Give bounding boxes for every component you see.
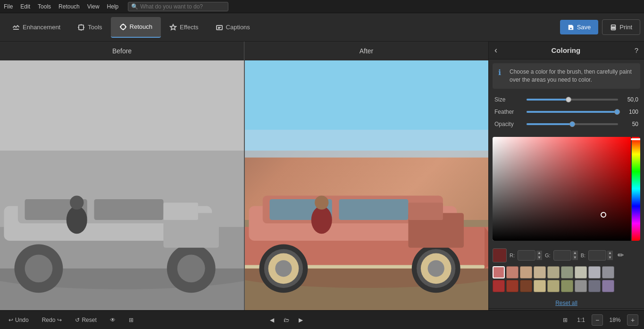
swatch-1-4[interactable]	[547, 280, 560, 292]
b-input[interactable]: 37	[588, 250, 606, 261]
svg-rect-1	[79, 25, 84, 30]
reset-all-link[interactable]: Reset all	[555, 300, 577, 306]
r-input-wrap: 107 ▲ ▼	[518, 250, 542, 261]
b-input-wrap: 37 ▲ ▼	[588, 250, 613, 261]
color-swatch[interactable]	[493, 248, 507, 262]
reset-button[interactable]: ↺ Reset	[72, 315, 99, 325]
save-button[interactable]: Save	[560, 20, 599, 34]
swatch-0-3[interactable]	[534, 266, 546, 278]
hue-bar[interactable]: ◀	[632, 137, 640, 241]
svg-point-58	[315, 196, 328, 210]
reset-link: Reset all	[489, 297, 644, 308]
swatch-1-0[interactable]	[493, 280, 505, 292]
tab-effects[interactable]: Effects	[161, 17, 207, 38]
g-up[interactable]: ▲	[572, 251, 578, 255]
menu-tools[interactable]: Tools	[38, 3, 51, 10]
menu-file[interactable]: File	[4, 3, 13, 10]
prev-image-button[interactable]: ◀	[267, 315, 277, 325]
undo-button[interactable]: ↩ Undo	[6, 315, 32, 325]
reset-icon: ↺	[75, 317, 80, 323]
svg-point-32	[67, 206, 87, 234]
svg-point-33	[70, 196, 84, 210]
eye-button[interactable]: 👁	[107, 315, 118, 325]
r-down[interactable]: ▼	[536, 255, 542, 260]
r-label: R:	[510, 253, 515, 258]
fit-button[interactable]: ⊞	[560, 315, 570, 325]
compare-button[interactable]: ⊞	[126, 315, 136, 325]
captions-icon	[216, 24, 223, 31]
redo-button[interactable]: Redo ↪	[39, 315, 65, 325]
effects-icon	[169, 24, 177, 31]
back-button[interactable]: ‹	[494, 45, 497, 55]
next-image-button[interactable]: ▶	[296, 315, 306, 325]
swatch-1-3[interactable]	[534, 280, 546, 292]
controls: Size 50,0 Feather 100 Opacity	[489, 93, 644, 137]
swatch-0-6[interactable]	[575, 266, 587, 278]
help-button[interactable]: ?	[635, 46, 638, 54]
search-input[interactable]	[140, 3, 225, 10]
g-down[interactable]: ▼	[572, 255, 578, 260]
image-container[interactable]	[0, 60, 488, 310]
opacity-slider[interactable]	[527, 123, 618, 125]
swatch-0-5[interactable]	[561, 266, 573, 278]
menu-view[interactable]: View	[87, 3, 100, 10]
zoom-in-button[interactable]: +	[627, 314, 638, 326]
swatch-1-2[interactable]	[520, 280, 532, 292]
save-area: Save Print	[560, 19, 640, 35]
swatch-1-8[interactable]	[602, 280, 614, 292]
size-label: Size	[494, 96, 523, 103]
menu-retouch[interactable]: Retouch	[59, 3, 80, 10]
swatch-0-8[interactable]	[602, 266, 614, 278]
g-spinners: ▲ ▼	[572, 251, 578, 260]
menu-help[interactable]: Help	[107, 3, 119, 10]
opacity-label: Opacity	[494, 121, 523, 127]
swatch-1-1[interactable]	[506, 280, 519, 292]
tab-tools[interactable]: Tools	[69, 17, 110, 38]
swatch-0-7[interactable]	[588, 266, 601, 278]
svg-rect-60	[408, 202, 443, 220]
swatch-1-7[interactable]	[588, 280, 601, 292]
save-icon	[568, 24, 574, 31]
before-image[interactable]	[0, 60, 245, 310]
swatch-0-4[interactable]	[547, 266, 560, 278]
print-button[interactable]: Print	[602, 19, 640, 35]
size-slider[interactable]	[527, 99, 618, 101]
zoom-out-button[interactable]: −	[592, 314, 603, 326]
swatch-0-0[interactable]	[493, 266, 505, 278]
info-box: ℹ Choose a color for the brush, then car…	[493, 63, 640, 89]
swatch-0-1[interactable]	[506, 266, 519, 278]
after-image[interactable]	[245, 60, 489, 310]
svg-rect-35	[163, 202, 198, 220]
tab-enhancement[interactable]: Enhancement	[4, 17, 69, 38]
b-up[interactable]: ▲	[607, 251, 613, 255]
folder-button[interactable]: 🗁	[281, 315, 292, 325]
size-control-row: Size 50,0	[494, 96, 638, 103]
color-gradient[interactable]: ◀	[493, 137, 640, 241]
before-label: Before	[0, 42, 244, 60]
color-picker[interactable]: ◀	[493, 137, 640, 241]
tab-retouch[interactable]: Retouch	[111, 17, 161, 38]
eyedropper-button[interactable]: ✏	[618, 251, 624, 260]
swatch-1-5[interactable]	[561, 280, 573, 292]
feather-slider[interactable]	[527, 111, 618, 113]
swatch-1-6[interactable]	[575, 280, 587, 292]
search-bar[interactable]: 🔍	[128, 2, 228, 11]
zoom-value: 18%	[607, 317, 623, 323]
bottom-center: ◀ 🗁 ▶	[267, 315, 306, 325]
swatch-0-2[interactable]	[520, 266, 532, 278]
svg-marker-48	[485, 227, 488, 269]
size-value: 50,0	[622, 96, 638, 103]
toolbar: Enhancement Tools Retouch Effects	[0, 13, 644, 42]
r-up[interactable]: ▲	[536, 251, 542, 255]
b-down[interactable]: ▼	[607, 255, 613, 260]
fit-icon: ⊞	[563, 317, 568, 323]
menu-edit[interactable]: Edit	[20, 3, 30, 10]
svg-marker-11	[170, 25, 176, 30]
panel-header: ‹ Coloring ?	[489, 42, 644, 59]
r-input[interactable]: 107	[518, 250, 535, 261]
tab-captions[interactable]: Captions	[207, 17, 259, 38]
apply-bar: ✓ Apply ✕ Cancel	[489, 308, 644, 310]
feather-value: 100	[622, 109, 638, 115]
g-input[interactable]: 37	[553, 250, 571, 261]
ratio-button[interactable]: 1:1	[574, 315, 588, 325]
